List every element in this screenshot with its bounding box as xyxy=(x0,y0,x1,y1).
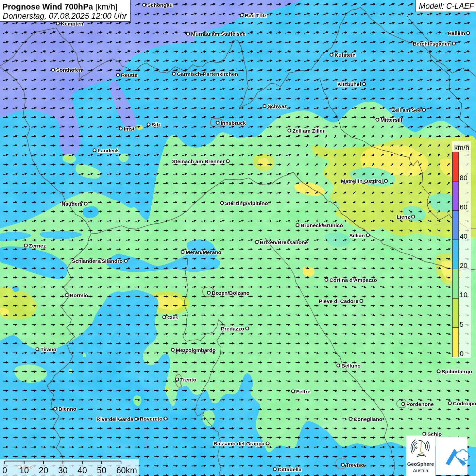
svg-text:Belluno: Belluno xyxy=(341,363,361,369)
svg-text:Mezzolombardo: Mezzolombardo xyxy=(176,347,216,353)
svg-text:Schlanders/Silandro: Schlanders/Silandro xyxy=(72,258,123,264)
svg-text:Predazzo: Predazzo xyxy=(221,326,244,332)
svg-text:10: 10 xyxy=(460,291,468,299)
svg-text:Cittadella: Cittadella xyxy=(278,466,302,472)
svg-text:Riva del Garda: Riva del Garda xyxy=(96,416,133,422)
svg-text:Sonthofen: Sonthofen xyxy=(56,67,82,73)
svg-text:Pieve di Cadore: Pieve di Cadore xyxy=(319,298,359,304)
svg-text:Murnau am Staffelsee: Murnau am Staffelsee xyxy=(191,31,246,37)
svg-text:5: 5 xyxy=(460,320,463,328)
svg-text:60: 60 xyxy=(460,203,468,211)
svg-text:Steinach am Brenner: Steinach am Brenner xyxy=(172,158,225,164)
svg-text:Kitzbühel: Kitzbühel xyxy=(337,81,361,87)
svg-text:40: 40 xyxy=(78,465,87,475)
svg-text:30: 30 xyxy=(58,465,68,475)
svg-text:Trento: Trento xyxy=(180,377,196,382)
svg-text:80: 80 xyxy=(460,174,468,182)
svg-text:50: 50 xyxy=(97,465,106,475)
svg-text:Bad Tölz: Bad Tölz xyxy=(245,13,267,18)
svg-text:Conegliano: Conegliano xyxy=(354,416,382,422)
svg-text:Matrei in Osttirol: Matrei in Osttirol xyxy=(341,178,383,184)
svg-text:Cortina d'Ampezzo: Cortina d'Ampezzo xyxy=(329,277,377,283)
svg-text:Silz: Silz xyxy=(152,122,161,128)
svg-text:Pordenone: Pordenone xyxy=(406,401,434,407)
svg-text:Bormio: Bormio xyxy=(70,292,88,298)
svg-text:Bienno: Bienno xyxy=(58,406,76,412)
svg-text:Imst: Imst xyxy=(124,126,135,132)
svg-text:Zell am See: Zell am See xyxy=(392,107,421,113)
svg-text:Treviso: Treviso xyxy=(346,462,364,468)
svg-text:0: 0 xyxy=(2,465,7,475)
svg-text:60km: 60km xyxy=(116,465,137,475)
svg-text:Sillian: Sillian xyxy=(349,233,365,238)
svg-text:Schwaz: Schwaz xyxy=(268,103,287,109)
svg-text:10: 10 xyxy=(19,465,29,475)
svg-text:km/h: km/h xyxy=(454,143,469,151)
svg-text:Cles: Cles xyxy=(167,314,178,320)
svg-text:Austria: Austria xyxy=(413,468,428,473)
svg-text:Zernez: Zernez xyxy=(29,243,46,249)
svg-text:Hallein: Hallein xyxy=(448,30,465,36)
svg-text:Schongau: Schongau xyxy=(147,2,173,8)
svg-text:Meran/Merano: Meran/Merano xyxy=(186,249,221,255)
svg-text:Bassano del Grappa: Bassano del Grappa xyxy=(214,441,265,446)
svg-text:20: 20 xyxy=(460,261,468,269)
svg-text:Garmisch-Partenkirchen: Garmisch-Partenkirchen xyxy=(177,71,238,77)
svg-text:Prognose Wind 700hPa [km/h]: Prognose Wind 700hPa [km/h] xyxy=(2,2,118,11)
svg-text:GeoSphere: GeoSphere xyxy=(407,461,434,467)
svg-text:Feltre: Feltre xyxy=(296,389,311,394)
svg-text:40: 40 xyxy=(460,232,468,240)
svg-text:Codroipo: Codroipo xyxy=(453,401,476,406)
svg-text:Bozen/Bolzano: Bozen/Bolzano xyxy=(212,290,250,296)
svg-text:Sterzing/Vipiteno: Sterzing/Vipiteno xyxy=(225,200,268,206)
svg-text:Bruneck/Brunico: Bruneck/Brunico xyxy=(301,222,343,228)
svg-text:Nauders: Nauders xyxy=(62,201,83,207)
svg-text:Zell am Ziller: Zell am Ziller xyxy=(292,128,325,134)
svg-text:Innsbruck: Innsbruck xyxy=(221,120,246,126)
svg-text:0: 0 xyxy=(460,350,463,357)
svg-text:20: 20 xyxy=(39,465,48,475)
svg-text:Kufstein: Kufstein xyxy=(335,52,356,58)
svg-text:Tirano: Tirano xyxy=(40,346,56,352)
svg-text:Lienz: Lienz xyxy=(396,214,410,220)
svg-text:Mittersill: Mittersill xyxy=(380,117,402,123)
svg-text:Modell: C-LAEF: Modell: C-LAEF xyxy=(419,2,475,11)
svg-text:Brixen/Bressanone: Brixen/Bressanone xyxy=(260,239,308,245)
svg-text:Berchtesgaden: Berchtesgaden xyxy=(413,41,451,47)
svg-text:Rovereto: Rovereto xyxy=(140,416,163,422)
svg-text:Donnerstag, 07.08.2025 12:00 U: Donnerstag, 07.08.2025 12:00 Uhr xyxy=(3,12,127,20)
svg-text:Reutte: Reutte xyxy=(121,72,138,78)
svg-text:Landeck: Landeck xyxy=(98,148,119,153)
svg-text:Spilimbergo: Spilimbergo xyxy=(442,369,472,374)
